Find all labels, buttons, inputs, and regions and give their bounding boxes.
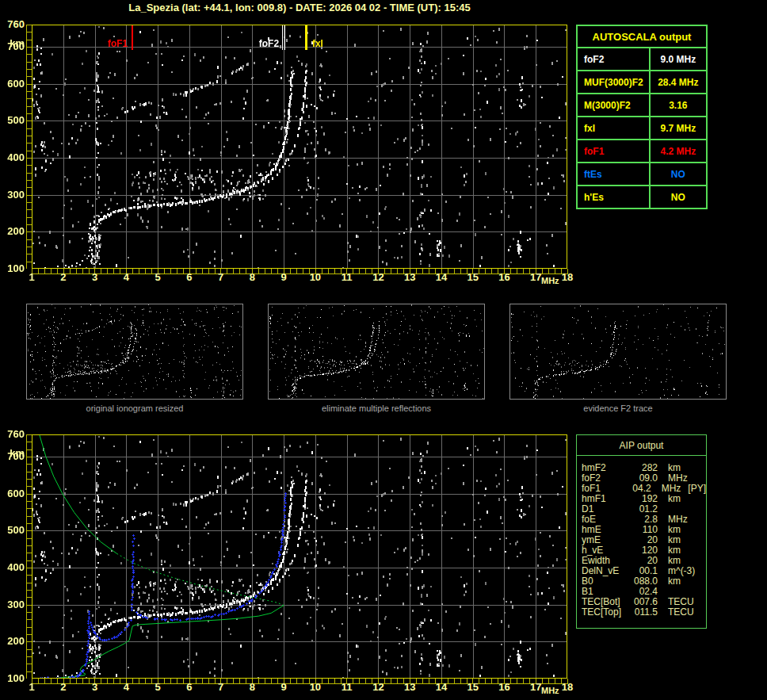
page-title: La_Spezia (lat: +44.1, lon: 009.8) - DAT…	[0, 2, 599, 13]
x-tick-label: 7	[212, 682, 231, 693]
x-tick-label: 5	[148, 272, 167, 283]
aip-extra: [PY]	[688, 484, 706, 494]
aip-unit: TECU	[668, 607, 694, 618]
parameter-value: 4.2 MHz	[650, 140, 707, 163]
parameter-value: 28.4 MHz	[650, 71, 707, 94]
y-tick-label: 100	[1, 673, 25, 684]
parameter-name: h'Es	[577, 186, 650, 208]
x-tick-label: 6	[180, 272, 199, 283]
y-tick-label: 300	[1, 189, 25, 201]
aip-unit: km	[668, 494, 681, 504]
thumb2-canvas	[269, 304, 484, 399]
x-tick-label: 1	[22, 682, 41, 693]
top-y-axis-ruler	[26, 25, 32, 269]
thumbnail-caption: original ionogram resized	[26, 404, 243, 413]
y-tick-label: 500	[1, 115, 25, 126]
x-tick-label: 13	[400, 272, 419, 283]
x-tick-label: 2	[54, 272, 73, 283]
x-tick-label: 2	[54, 682, 73, 693]
autoscala-row-m3000f2: M(3000)F23.16	[577, 94, 707, 117]
thumbnail-caption: evidence F2 trace	[509, 404, 727, 413]
aip-table: AIP output hmF2282kmfoF209.0MHzfoF104.2M…	[576, 434, 707, 629]
y-tick-label: 600	[1, 78, 25, 90]
aip-table-header: AIP output	[577, 435, 706, 456]
bottom-y-axis-ruler	[26, 434, 32, 679]
y-axis-unit: km	[1, 38, 25, 49]
thumbnail-eliminate-reflections	[268, 304, 485, 400]
x-tick-label: 1	[22, 272, 41, 283]
x-tick-label: 14	[432, 272, 451, 283]
parameter-name: M(3000)F2	[577, 94, 650, 117]
y-axis-unit: km	[1, 448, 25, 459]
parameter-value: 3.16	[650, 94, 707, 117]
x-tick-label: 13	[400, 682, 419, 693]
autoscala-row-hes: h'EsNO	[577, 186, 707, 208]
x-tick-label: 16	[494, 272, 513, 283]
parameter-name: foF2	[577, 48, 650, 71]
y-tick-label: 760	[1, 429, 25, 440]
autoscala-screen: La_Spezia (lat: +44.1, lon: 009.8) - DAT…	[0, 0, 767, 700]
x-tick-label: 11	[338, 682, 357, 693]
bottom-x-axis-ruler	[32, 679, 568, 684]
y-tick-label: 400	[1, 152, 25, 163]
x-tick-label: 11	[338, 272, 357, 283]
y-tick-label: 600	[1, 488, 25, 499]
aip-row-tectop: TEC[Top]011.5TECU	[582, 607, 706, 618]
x-tick-label: 3	[86, 682, 105, 693]
y-tick-label: 300	[1, 599, 25, 610]
y-tick-label: 100	[1, 263, 25, 274]
x-tick-label: 14	[432, 682, 451, 693]
x-tick-label: 12	[368, 272, 387, 283]
x-tick-label: 8	[242, 272, 261, 283]
top-x-axis-ruler	[32, 269, 568, 274]
x-axis-unit: MHz	[541, 276, 559, 285]
y-tick-label: 200	[1, 636, 25, 647]
x-axis-unit: MHz	[541, 686, 559, 695]
y-tick-label: 500	[1, 525, 25, 536]
autoscala-row-fof1: foF14.2 MHz	[577, 140, 707, 163]
y-tick-label: 760	[1, 19, 25, 30]
thumbnail-caption: eliminate multiple reflections	[268, 404, 485, 413]
parameter-value: NO	[650, 163, 707, 186]
parameter-value: 9.7 MHz	[650, 117, 707, 140]
aip-value: 011.5	[629, 607, 658, 618]
y-tick-label: 200	[1, 226, 25, 237]
parameter-value: NO	[650, 186, 707, 208]
autoscala-row-muf3000f2: MUF(3000)F228.4 MHz	[577, 71, 707, 94]
autoscala-row-fxi: fxI9.7 MHz	[577, 117, 707, 140]
x-tick-label: 9	[274, 682, 293, 693]
bottom-ionogram-canvas	[32, 434, 567, 679]
parameter-name: fxI	[577, 117, 650, 140]
x-tick-label: 18	[558, 272, 577, 283]
parameter-value: 9.0 MHz	[650, 48, 707, 71]
top-ionogram-canvas	[32, 25, 567, 269]
autoscala-table-title: AUTOSCALA output	[577, 25, 707, 48]
y-tick-label: 400	[1, 562, 25, 573]
x-tick-label: 15	[464, 682, 483, 693]
aip-name: TEC[Top]	[582, 607, 629, 618]
x-tick-label: 9	[274, 272, 293, 283]
x-tick-label: 12	[368, 682, 387, 693]
thumbnail-evidence-f2-trace	[509, 304, 727, 400]
x-tick-label: 5	[148, 682, 167, 693]
thumbnail-original-ionogram	[26, 304, 243, 400]
x-tick-label: 15	[464, 272, 483, 283]
x-tick-label: 8	[242, 682, 261, 693]
thumb3-canvas	[510, 304, 726, 399]
parameter-name: MUF(3000)F2	[577, 71, 650, 94]
x-tick-label: 4	[116, 272, 135, 283]
x-tick-label: 4	[116, 682, 135, 693]
autoscala-row-ftes: ftEsNO	[577, 163, 707, 186]
x-tick-label: 3	[86, 272, 105, 283]
parameter-name: foF1	[577, 140, 650, 163]
aip-unit: km	[668, 576, 681, 587]
autoscala-row-fof2: foF29.0 MHz	[577, 48, 707, 71]
marker-label-fof2: foF2	[239, 38, 279, 49]
x-tick-label: 10	[306, 272, 325, 283]
x-tick-label: 10	[306, 682, 325, 693]
parameter-name: ftEs	[577, 163, 650, 186]
x-tick-label: 7	[212, 272, 231, 283]
x-tick-label: 16	[494, 682, 513, 693]
marker-label-fof1: foF1	[88, 38, 128, 49]
x-tick-label: 6	[180, 682, 199, 693]
